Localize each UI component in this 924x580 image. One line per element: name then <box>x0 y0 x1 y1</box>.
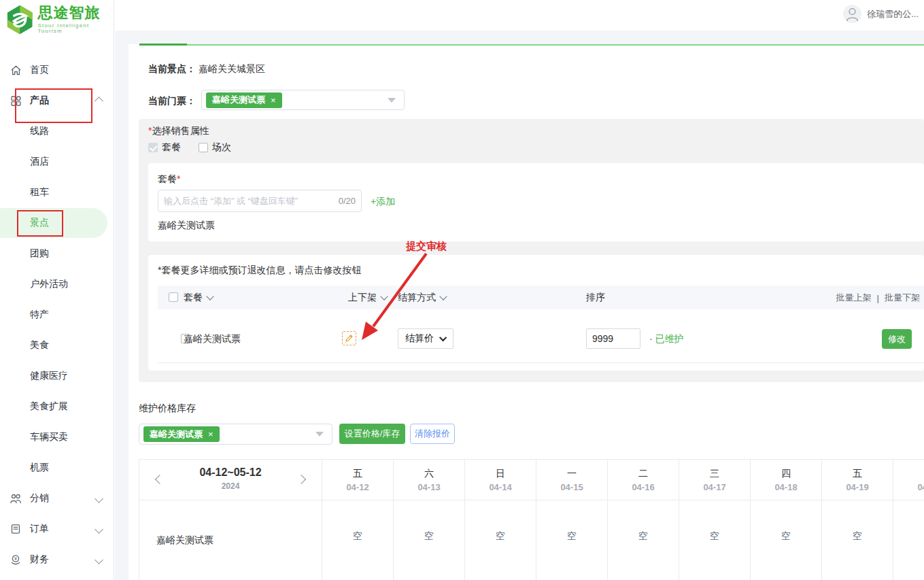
sidebar-item-car-rental[interactable]: 租车 <box>0 177 114 207</box>
calendar-nav-cell: 04-12~05-12 2024 <box>139 460 322 500</box>
annotation-arrow-icon <box>340 245 449 347</box>
user-avatar-icon <box>843 5 861 23</box>
calendar-cell[interactable]: 空 <box>751 500 822 580</box>
select-all-checkbox[interactable] <box>169 292 178 302</box>
package-field-label: 套餐* <box>158 173 180 186</box>
ticket-tag: 嘉峪关测试票 × <box>206 92 282 108</box>
sidebar-item-label: 分销 <box>30 492 49 505</box>
calendar-cell[interactable]: 空 <box>465 500 536 580</box>
edit-button[interactable]: 修改 <box>882 329 912 349</box>
calendar-cell[interactable]: 空 <box>608 500 679 580</box>
select-caret-icon <box>315 432 324 437</box>
sidebar-item-label: 订单 <box>30 523 49 535</box>
app-logo[interactable]: 思途智旅 Stour Intelligent Tourism <box>5 3 114 36</box>
sidebar-item-label: 财务 <box>30 553 49 566</box>
calendar-day-header: 三04-17 <box>679 459 751 500</box>
calendar-day-header: 四04-18 <box>751 459 822 500</box>
package-checkbox-label: 套餐 <box>162 141 181 154</box>
sidebar-item-food[interactable]: 美食 <box>0 330 114 360</box>
sidebar-item-home[interactable]: 首页 <box>0 55 114 85</box>
batch-off-link[interactable]: 批量下架 <box>885 292 920 304</box>
col-sort: 排序 <box>586 292 605 304</box>
chevron-down-icon <box>95 525 103 534</box>
calendar-cell[interactable]: 空 <box>322 500 394 580</box>
chevron-down-icon <box>206 292 213 300</box>
current-ticket-select[interactable]: 嘉峪关测试票 × <box>201 90 405 110</box>
table-caption: *套餐更多详细或预订退改信息，请点击修改按钮 <box>158 265 361 277</box>
attr-package-checkbox-row: 套餐 场次 <box>148 141 231 154</box>
sidebar-item-finance[interactable]: ¥ 财务 <box>0 545 114 575</box>
col-package[interactable]: 套餐 <box>184 292 213 304</box>
tag-close-icon[interactable]: × <box>271 96 276 105</box>
maintain-ticket-select[interactable]: 嘉峪关测试票 × <box>139 424 332 445</box>
session-checkbox[interactable] <box>199 143 208 152</box>
current-scenic-value: 嘉峪关关城景区 <box>199 63 265 74</box>
tab-underline-active <box>139 44 187 46</box>
calendar-cell[interactable]: 空 <box>893 500 924 580</box>
tab-underline <box>139 44 924 46</box>
logo-subtitle: Stour Intelligent Tourism <box>37 23 114 34</box>
batch-on-link[interactable]: 批量上架 <box>836 292 872 304</box>
calendar-cell[interactable]: 空 <box>822 500 893 580</box>
calendar-cell[interactable]: 空 <box>679 500 751 580</box>
chevron-down-icon <box>95 556 103 564</box>
svg-text:¥: ¥ <box>14 556 18 562</box>
calendar-cell[interactable]: 空 <box>394 500 465 580</box>
sidebar-item-hotel[interactable]: 酒店 <box>0 147 114 177</box>
select-caret-icon <box>388 98 396 103</box>
row-status: · 已维护 <box>649 333 684 345</box>
calendar-row-label-cell: 嘉峪关测试票 <box>139 500 322 580</box>
sort-input[interactable] <box>586 328 640 349</box>
calendar-day-header: 日04-14 <box>465 459 536 500</box>
package-checkbox[interactable] <box>148 143 158 152</box>
calendar-day-header: 一04-15 <box>536 459 608 500</box>
calendar-day-header: 五04-12 <box>322 459 394 500</box>
sidebar-item-label: 首页 <box>30 64 49 76</box>
session-checkbox-label: 场次 <box>212 141 231 154</box>
batch-separator: | <box>877 293 879 303</box>
sidebar-item-group-buy[interactable]: 团购 <box>0 239 114 269</box>
calendar-range: 04-12~05-12 <box>139 466 322 479</box>
sidebar-item-scenic-active[interactable]: 景点 <box>0 208 114 238</box>
calendar-cell[interactable]: 空 <box>536 500 608 580</box>
sales-attr-title: *选择销售属性 <box>148 125 209 137</box>
sidebar-item-specialty[interactable]: 特产 <box>0 300 114 330</box>
maintain-title: 维护价格库存 <box>139 403 196 415</box>
set-price-button[interactable]: 设置价格/库存 <box>339 424 405 444</box>
content-top-band <box>115 31 924 44</box>
sidebar-item-orders[interactable]: 订单 <box>0 514 114 544</box>
current-ticket-label: 当前门票： <box>148 95 196 107</box>
calendar-day-header: 六04-20 <box>893 459 924 500</box>
add-package-link[interactable]: +添加 <box>371 196 395 208</box>
logo-title: 思途智旅 <box>37 5 114 20</box>
sidebar-item-route[interactable]: 线路 <box>0 116 114 146</box>
row-divider <box>158 362 924 363</box>
user-menu[interactable]: 徐瑞雪的公... <box>843 5 919 23</box>
calendar-day-header: 五04-19 <box>822 459 893 500</box>
clear-quote-button[interactable]: 清除报价 <box>410 424 455 444</box>
table-header-row <box>158 286 924 309</box>
home-icon <box>10 64 22 76</box>
package-name: 嘉峪关测试票 <box>158 220 215 232</box>
sidebar-item-outdoor[interactable]: 户外活动 <box>0 269 114 299</box>
maintain-ticket-tag: 嘉峪关测试票 × <box>143 426 220 442</box>
sidebar-item-health[interactable]: 健康医疗 <box>0 361 114 391</box>
content-left-strip <box>115 31 129 580</box>
grid-icon <box>10 95 22 107</box>
package-input[interactable] <box>158 196 361 206</box>
sidebar-item-label: 产品 <box>30 95 49 107</box>
tag-close-icon[interactable]: × <box>208 430 213 439</box>
sidebar-item-food-ext[interactable]: 美食扩展 <box>0 392 114 422</box>
chevron-down-icon <box>95 494 103 503</box>
calendar-year: 2024 <box>139 481 322 491</box>
calendar-day-header: 六04-13 <box>394 459 465 500</box>
calendar-row-label: 嘉峪关测试票 <box>156 534 213 547</box>
user-name: 徐瑞雪的公... <box>867 8 919 20</box>
package-input-wrap: 0/20 <box>158 190 362 212</box>
current-scenic-label: 当前景点： <box>148 63 196 74</box>
status-maintained: 已维护 <box>655 333 684 344</box>
sidebar-item-vehicle-trade[interactable]: 车辆买卖 <box>0 422 114 452</box>
sidebar-item-product[interactable]: 产品 <box>0 86 114 116</box>
sidebar-item-flight[interactable]: 机票 <box>0 453 114 483</box>
sidebar-item-distribution[interactable]: 分销 <box>0 483 114 513</box>
